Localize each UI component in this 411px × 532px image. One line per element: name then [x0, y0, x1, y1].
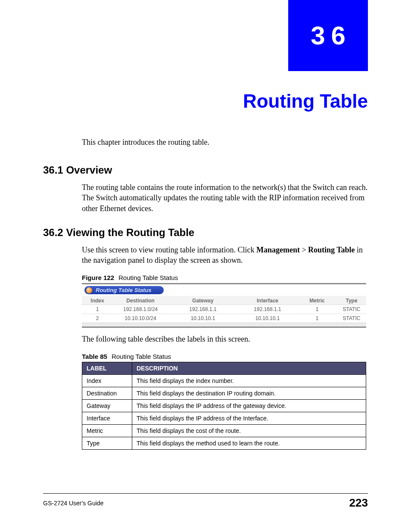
nav-management: Management [256, 246, 300, 254]
cell-gateway: 192.168.1.1 [171, 306, 235, 312]
figure-caption: Figure 122Routing Table Status [82, 274, 368, 281]
table-row: 2 10.10.10.0/24 10.10.10.1 10.10.10.1 1 … [82, 314, 366, 323]
cell-metric: 1 [300, 306, 334, 312]
cell-type: STATIC [334, 306, 369, 312]
footer-page-number: 223 [349, 496, 368, 510]
cell-gateway: 10.10.10.1 [171, 315, 235, 321]
th-description: DESCRIPTION [132, 362, 366, 375]
rts-panel-title: Routing Table Status [84, 286, 164, 294]
cell-label: Type [82, 437, 132, 450]
col-gateway: Gateway [171, 298, 235, 304]
overview-body: The routing table contains the route inf… [82, 182, 368, 214]
footer-guide-name: GS-2724 User's Guide [43, 500, 103, 507]
chapter-intro: This chapter introduces the routing tabl… [82, 138, 368, 147]
cell-label: Metric [82, 425, 132, 437]
cell-destination: 10.10.10.0/24 [110, 315, 171, 321]
nav-sep: > [300, 246, 308, 254]
viewing-body: Use this screen to view routing table in… [82, 245, 368, 266]
chapter-title: Routing Table [43, 90, 368, 112]
col-metric: Metric [300, 298, 334, 304]
cell-label: Gateway [82, 400, 132, 412]
col-index: Index [84, 298, 110, 304]
page-footer: GS-2724 User's Guide 223 [43, 493, 368, 510]
section-heading-overview: 36.1 Overview [43, 164, 368, 176]
cell-description: This field displays the cost of the rout… [132, 425, 366, 437]
table-row: Destination This field displays the dest… [82, 387, 366, 400]
nav-routing-table: Routing Table [308, 246, 355, 254]
cell-description: This field displays the IP address of th… [132, 400, 366, 412]
post-figure-text: The following table describes the labels… [82, 334, 368, 344]
cell-label: Interface [82, 412, 132, 425]
cell-interface: 10.10.10.1 [235, 315, 300, 321]
figure-title: Routing Table Status [118, 274, 178, 281]
cell-description: This field displays the method used to l… [132, 437, 366, 450]
cell-description: This field displays the index number. [132, 375, 366, 387]
col-type: Type [334, 298, 369, 304]
cell-label: Destination [82, 387, 132, 400]
th-label: LABEL [82, 362, 132, 375]
cell-index: 2 [84, 315, 110, 321]
dot-icon [86, 287, 92, 293]
cell-description: This field displays the IP address of th… [132, 412, 366, 425]
cell-destination: 192.168.1.0/24 [110, 306, 171, 312]
table-title: Routing Table Status [112, 353, 171, 360]
chapter-number: 36 [311, 21, 352, 50]
cell-metric: 1 [300, 315, 334, 321]
table-row: Interface This field displays the IP add… [82, 412, 366, 425]
cell-index: 1 [84, 306, 110, 312]
routing-table-status-figure: Routing Table Status Index Destination G… [82, 283, 366, 328]
rts-header-row: Index Destination Gateway Interface Metr… [82, 296, 366, 305]
col-destination: Destination [110, 298, 171, 304]
chapter-number-box: 36 [288, 0, 368, 71]
table-label: Table 85 [82, 353, 107, 360]
figure-label: Figure 122 [82, 274, 114, 281]
cell-label: Index [82, 375, 132, 387]
table-header-row: LABEL DESCRIPTION [82, 362, 366, 375]
table-row: Index This field displays the index numb… [82, 375, 366, 387]
label-description-table: LABEL DESCRIPTION Index This field displ… [82, 362, 366, 450]
table-caption: Table 85Routing Table Status [82, 353, 368, 360]
col-interface: Interface [235, 298, 300, 304]
cell-interface: 192.168.1.1 [235, 306, 300, 312]
cell-type: STATIC [334, 315, 369, 321]
table-row: Gateway This field displays the IP addre… [82, 400, 366, 412]
rts-panel-title-text: Routing Table Status [96, 287, 152, 293]
table-row: Type This field displays the method used… [82, 437, 366, 450]
table-row: Metric This field displays the cost of t… [82, 425, 366, 437]
rts-title-row: Routing Table Status [82, 284, 366, 296]
section-heading-viewing: 36.2 Viewing the Routing Table [43, 227, 368, 239]
viewing-pre: Use this screen to view routing table in… [82, 246, 256, 254]
cell-description: This field displays the destination IP r… [132, 387, 366, 400]
table-row: 1 192.168.1.0/24 192.168.1.1 192.168.1.1… [82, 305, 366, 314]
rts-footer-bar [82, 323, 366, 327]
